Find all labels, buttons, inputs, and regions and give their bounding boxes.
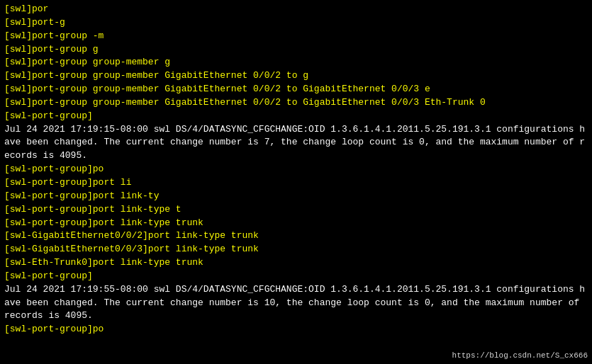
terminal-line: [swl-port-group]po	[4, 323, 588, 336]
terminal-line: Jul 24 2021 17:19:55-08:00 swl DS/4/DATA…	[4, 283, 588, 324]
terminal-line: [swl]port-group group-member GigabitEthe…	[4, 83, 588, 96]
terminal-line: [swl]port-g	[4, 16, 588, 30]
terminal-line: [swl]port-group group-member GigabitEthe…	[4, 96, 588, 110]
watermark: https://blog.csdn.net/S_cx666	[452, 351, 588, 360]
terminal-line: [swl]port-group group-member g	[4, 56, 588, 69]
terminal-line: [swl]port-group -m	[4, 30, 588, 43]
terminal-line: [swl-port-group]port link-type t	[4, 203, 588, 217]
terminal-line: [swl-GigabitEthernet0/0/3]port link-type…	[4, 243, 588, 256]
terminal-line: [swl-port-group]port link-ty	[4, 190, 588, 203]
terminal-line: [swl-port-group]port link-type trunk	[4, 217, 588, 230]
terminal-line: [swl]por	[4, 3, 588, 16]
terminal-line: [swl]port-group group-member GigabitEthe…	[4, 69, 588, 83]
terminal-line: [swl]port-group g	[4, 43, 588, 57]
terminal-line: [swl-port-group]	[4, 110, 588, 123]
terminal: [swl]por[swl]port-g[swl]port-group -m[sw…	[0, 0, 592, 364]
terminal-line: [swl-port-group]port li	[4, 176, 588, 190]
terminal-line: [swl-Eth-Trunk0]port link-type trunk	[4, 256, 588, 270]
terminal-line: Jul 24 2021 17:19:15-08:00 swl DS/4/DATA…	[4, 123, 588, 164]
terminal-line: [swl-GigabitEthernet0/0/2]port link-type…	[4, 229, 588, 243]
terminal-line: [swl-port-group]po	[4, 163, 588, 176]
terminal-line: [swl-port-group]	[4, 270, 588, 283]
